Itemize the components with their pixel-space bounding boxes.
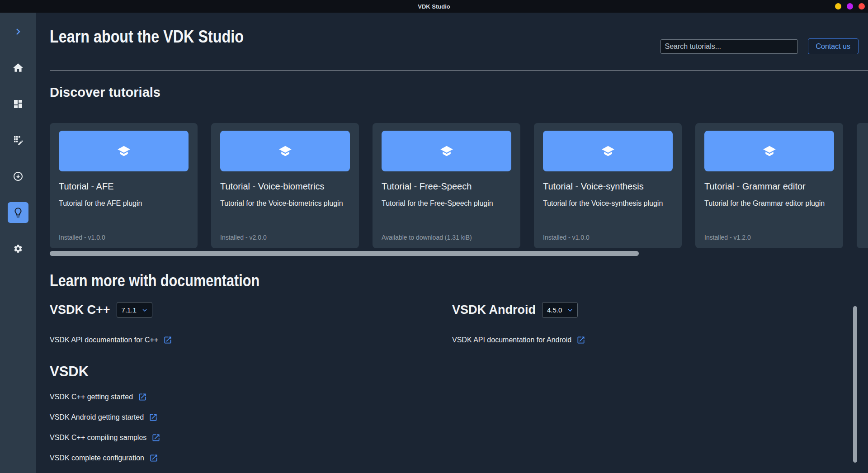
page-title: Learn about the VDK Studio	[50, 27, 278, 47]
tutorial-card-voice-synthesis[interactable]: Tutorial - Voice-synthesis Tutorial for …	[534, 123, 682, 248]
sidebar-item-home[interactable]	[8, 57, 28, 78]
tutorial-card-grammar-editor[interactable]: Tutorial - Grammar editor Tutorial for t…	[695, 123, 843, 248]
dashboard-icon	[13, 99, 24, 109]
contact-us-button[interactable]: Contact us	[808, 38, 859, 54]
vsdk-android-getting-started-link[interactable]: VSDK Android getting started	[50, 413, 160, 422]
sidebar-item-projects[interactable]	[8, 94, 28, 114]
vsdk-heading: VSDK	[50, 364, 89, 380]
tutorial-banner	[704, 131, 834, 171]
chevron-right-icon	[12, 25, 24, 38]
home-icon	[12, 62, 24, 74]
sidebar-expand-button[interactable]	[8, 21, 28, 42]
vsdk-android-api-doc-link[interactable]: VSDK API documentation for Android	[452, 336, 585, 345]
tutorial-title: Tutorial - Free-Speech	[382, 181, 511, 192]
tutorial-banner	[382, 131, 511, 171]
gear-icon	[13, 244, 23, 254]
tutorial-description: Tutorial for the Voice-biometrics plugin	[220, 199, 350, 208]
tutorial-title: Tutorial - Voice-biometrics	[220, 181, 350, 192]
tutorial-card-voice-biometrics[interactable]: Tutorial - Voice-biometrics Tutorial for…	[211, 123, 359, 248]
tutorial-description: Tutorial for the Free-Speech plugin	[382, 199, 511, 208]
tutorial-banner	[220, 131, 350, 171]
tutorial-cards-row: Tutorial - AFE Tutorial for the AFE plug…	[50, 123, 868, 249]
vsdk-cpp-getting-started-link[interactable]: VSDK C++ getting started	[50, 393, 160, 402]
window-close-button[interactable]	[859, 3, 865, 9]
link-label: VSDK API documentation for C++	[50, 336, 158, 344]
sidebar	[0, 13, 36, 473]
download-circle-icon	[13, 171, 24, 182]
sidebar-item-editor[interactable]	[8, 130, 28, 151]
vsdk-complete-configuration-link[interactable]: VSDK complete configuration	[50, 454, 160, 463]
link-label: VSDK complete configuration	[50, 454, 144, 462]
lightbulb-icon	[12, 207, 24, 218]
open-in-new-icon	[149, 413, 158, 422]
vsdk-android-version-select[interactable]: 4.5.0	[542, 302, 578, 318]
header-divider	[50, 71, 868, 71]
link-label: VSDK C++ getting started	[50, 393, 133, 401]
tutorial-card-free-speech[interactable]: Tutorial - Free-Speech Tutorial for the …	[373, 123, 520, 248]
link-label: VSDK API documentation for Android	[452, 336, 571, 344]
window-titlebar: VDK Studio	[0, 0, 868, 13]
tutorial-card-partial[interactable]	[857, 123, 868, 248]
school-icon	[440, 144, 453, 158]
window-minimize-button[interactable]	[835, 3, 841, 9]
vsdk-link-list: VSDK C++ getting started VSDK Android ge…	[50, 393, 160, 473]
tutorial-status: Available to download (1.31 kiB)	[382, 234, 472, 241]
school-icon	[278, 144, 292, 158]
tutorial-description: Tutorial for the AFE plugin	[59, 199, 189, 208]
tutorial-title: Tutorial - Grammar editor	[704, 181, 834, 192]
tutorial-banner	[59, 131, 189, 171]
discover-tutorials-heading: Discover tutorials	[50, 85, 160, 100]
tutorial-description: Tutorial for the Grammar editor plugin	[704, 199, 834, 208]
open-in-new-icon	[163, 336, 172, 345]
school-icon	[763, 144, 776, 158]
tutorial-description: Tutorial for the Voice-synthesis plugin	[543, 199, 673, 208]
tutorial-status: Installed - v1.2.0	[704, 234, 751, 241]
horizontal-scrollbar-thumb[interactable]	[50, 251, 639, 256]
window-controls	[835, 0, 865, 13]
school-icon	[117, 144, 131, 158]
sidebar-item-settings[interactable]	[8, 238, 28, 259]
search-input[interactable]	[660, 39, 798, 54]
tutorial-card-afe[interactable]: Tutorial - AFE Tutorial for the AFE plug…	[50, 123, 198, 248]
link-label: VSDK Android getting started	[50, 413, 144, 421]
tutorial-banner	[543, 131, 673, 171]
sidebar-item-tutorials[interactable]	[8, 202, 28, 223]
school-icon	[601, 144, 615, 158]
vsdk-cpp-version-select[interactable]: 7.1.1	[117, 302, 152, 318]
tutorial-title: Tutorial - AFE	[59, 181, 189, 192]
vsdk-cpp-heading: VSDK C++	[50, 303, 110, 317]
tutorial-status: Installed - v1.0.0	[543, 234, 590, 241]
tutorial-title: Tutorial - Voice-synthesis	[543, 181, 673, 192]
tutorial-status: Installed - v1.0.0	[59, 234, 105, 241]
sidebar-item-downloads[interactable]	[8, 166, 28, 187]
open-in-new-icon	[576, 336, 585, 345]
vsdk-android-heading: VSDK Android	[452, 303, 536, 317]
documentation-heading: Learn more with documentation	[50, 271, 297, 290]
open-in-new-icon	[149, 454, 158, 463]
link-label: VSDK C++ compiling samples	[50, 434, 146, 442]
grid-edit-icon	[13, 135, 24, 146]
vertical-scrollbar-thumb[interactable]	[853, 306, 857, 463]
vsdk-cpp-api-doc-link[interactable]: VSDK API documentation for C++	[50, 336, 172, 345]
vsdk-android-version-value: 4.5.0	[547, 306, 562, 314]
open-in-new-icon	[151, 433, 160, 442]
chevron-down-icon	[566, 306, 574, 314]
tutorial-status: Installed - v2.0.0	[220, 234, 267, 241]
open-in-new-icon	[138, 393, 147, 402]
main-content: Learn about the VDK Studio Contact us Di…	[36, 13, 868, 473]
vsdk-cpp-version-value: 7.1.1	[122, 306, 137, 314]
chevron-down-icon	[141, 306, 149, 314]
window-title: VDK Studio	[418, 3, 450, 10]
vsdk-cpp-compiling-samples-link[interactable]: VSDK C++ compiling samples	[50, 433, 160, 442]
window-maximize-button[interactable]	[847, 3, 853, 9]
